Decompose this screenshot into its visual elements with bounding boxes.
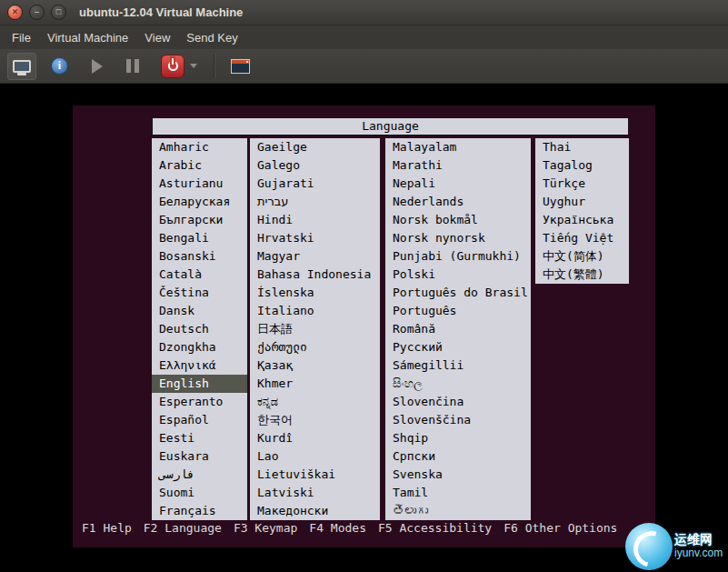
language-option[interactable]: Sámegillii <box>385 356 531 375</box>
function-key-f5[interactable]: F5 Accessibility <box>378 521 492 535</box>
language-option[interactable]: Italiano <box>250 302 380 320</box>
iyunv-logo-icon <box>625 523 673 570</box>
language-option[interactable]: Thai <box>535 138 629 156</box>
language-column-3: MalayalamMarathiNepaliNederlandsNorsk bo… <box>385 138 531 520</box>
function-key-f6[interactable]: F6 Other Options <box>504 521 617 535</box>
language-option[interactable]: Dzongkha <box>152 338 247 356</box>
toolbar: i <box>0 49 728 84</box>
language-option[interactable]: Slovenščina <box>385 411 531 429</box>
language-option[interactable]: Polski <box>385 266 531 284</box>
language-option[interactable]: Lietuviškai <box>250 466 380 484</box>
language-option[interactable]: Português <box>385 302 531 320</box>
language-option[interactable]: Tiếng Việt <box>535 229 629 247</box>
language-option[interactable]: Tagalog <box>535 156 629 175</box>
language-option[interactable]: Marathi <box>385 156 531 175</box>
language-option[interactable]: Nederlands <box>385 193 531 211</box>
language-option[interactable]: Română <box>385 320 531 338</box>
language-option[interactable]: Magyar <box>250 247 380 266</box>
close-button[interactable]: ✕ <box>7 5 23 20</box>
language-option[interactable]: Ελληνικά <box>152 356 247 375</box>
language-option[interactable]: Amharic <box>152 138 247 156</box>
language-option[interactable]: Asturianu <box>152 175 247 193</box>
language-option[interactable]: 한국어 <box>250 411 380 429</box>
language-option[interactable]: Suomi <box>152 484 247 502</box>
language-option[interactable]: Беларуская <box>152 193 247 211</box>
power-button[interactable] <box>161 55 184 78</box>
language-option[interactable]: Euskara <box>152 447 247 466</box>
language-option[interactable]: Lao <box>250 447 380 466</box>
pause-icon[interactable] <box>126 59 139 73</box>
language-option[interactable]: Қазақ <box>250 356 380 375</box>
language-option[interactable]: Français <box>152 502 247 520</box>
fullscreen-button[interactable] <box>231 59 250 74</box>
language-option[interactable]: עברית <box>250 193 380 211</box>
window-title: ubuntu-12.04 Virtual Machine <box>79 5 243 19</box>
toolbar-separator <box>214 55 214 78</box>
language-option[interactable]: Dansk <box>152 302 247 320</box>
language-option[interactable]: Gujarati <box>250 175 380 193</box>
language-option[interactable]: Uyghur <box>535 193 629 211</box>
language-option[interactable]: Português do Brasil <box>385 284 531 302</box>
function-key-f1[interactable]: F1 Help <box>82 521 132 535</box>
language-option[interactable]: తెలుగు <box>385 502 531 520</box>
language-option[interactable]: Arabic <box>152 156 247 175</box>
language-option[interactable]: 中文(简体) <box>535 247 629 266</box>
language-option[interactable]: Malayalam <box>385 138 531 156</box>
language-option[interactable]: Eesti <box>152 429 247 447</box>
minimize-button[interactable]: – <box>29 5 45 20</box>
language-option[interactable]: Slovenčina <box>385 393 531 411</box>
titlebar: ✕ – □ ubuntu-12.04 Virtual Machine <box>0 0 728 25</box>
language-option[interactable]: Shqip <box>385 429 531 447</box>
language-option[interactable]: Bengali <box>152 229 247 247</box>
language-option[interactable]: Македонски <box>250 502 380 520</box>
language-option[interactable]: ქართული <box>250 338 380 356</box>
power-dropdown-caret[interactable] <box>190 64 197 68</box>
language-option[interactable]: Galego <box>250 156 380 175</box>
language-option[interactable]: Български <box>152 211 247 229</box>
language-option-selected[interactable]: English <box>152 375 247 393</box>
console-button[interactable] <box>7 53 36 80</box>
language-option[interactable]: Norsk nynorsk <box>385 229 531 247</box>
language-option[interactable]: Svenska <box>385 466 531 484</box>
menu-send-key[interactable]: Send Key <box>178 27 245 48</box>
function-key-f3[interactable]: F3 Keymap <box>234 521 297 535</box>
language-option[interactable]: Esperanto <box>152 393 247 411</box>
language-option[interactable]: Bahasa Indonesia <box>250 266 380 284</box>
vm-window: ✕ – □ ubuntu-12.04 Virtual Machine File … <box>0 0 728 572</box>
language-option[interactable]: Gaeilge <box>250 138 380 156</box>
language-option[interactable]: فارسی <box>152 466 247 484</box>
language-option[interactable]: Українська <box>535 211 629 229</box>
language-option[interactable]: ಕನ್ನಡ <box>250 393 380 411</box>
maximize-button[interactable]: □ <box>51 5 66 20</box>
language-option[interactable]: Nepali <box>385 175 531 193</box>
language-option[interactable]: Hrvatski <box>250 229 380 247</box>
info-icon[interactable]: i <box>51 57 68 75</box>
function-key-f2[interactable]: F2 Language <box>144 521 222 535</box>
language-option[interactable]: Kurdî <box>250 429 380 447</box>
installer-boot-screen: Language AmharicArabicAsturianuБеларуска… <box>73 105 655 547</box>
language-option[interactable]: Hindi <box>250 211 380 229</box>
language-option[interactable]: Català <box>152 266 247 284</box>
language-option[interactable]: Bosanski <box>152 247 247 266</box>
language-option[interactable]: Norsk bokmål <box>385 211 531 229</box>
monitor-icon <box>13 60 31 73</box>
language-option[interactable]: Српски <box>385 447 531 466</box>
menu-view[interactable]: View <box>136 27 178 48</box>
function-key-f4[interactable]: F4 Modes <box>309 521 366 535</box>
language-option[interactable]: 中文(繁體) <box>535 266 629 284</box>
language-option[interactable]: Tamil <box>385 484 531 502</box>
language-option[interactable]: Latviski <box>250 484 380 502</box>
language-option[interactable]: Русский <box>385 338 531 356</box>
language-option[interactable]: Čeština <box>152 284 247 302</box>
language-option[interactable]: Punjabi (Gurmukhi) <box>385 247 531 266</box>
language-option[interactable]: Khmer <box>250 375 380 393</box>
language-option[interactable]: Türkçe <box>535 175 629 193</box>
language-option[interactable]: Deutsch <box>152 320 247 338</box>
language-option[interactable]: Español <box>152 411 247 429</box>
menu-file[interactable]: File <box>4 27 39 48</box>
menu-virtual-machine[interactable]: Virtual Machine <box>39 27 136 48</box>
language-option[interactable]: Íslenska <box>250 284 380 302</box>
language-option[interactable]: 日本語 <box>250 320 380 338</box>
language-option[interactable]: සිංහල <box>385 375 531 393</box>
play-icon[interactable] <box>92 59 103 74</box>
